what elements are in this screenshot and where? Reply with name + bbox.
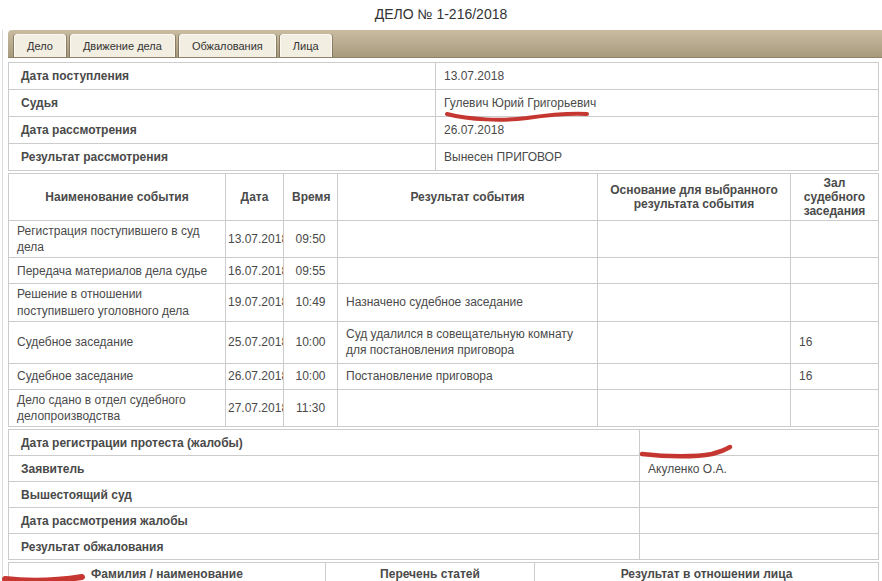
table-row: Дата рассмотрения 26.07.2018	[9, 117, 879, 144]
field-value-review-result: Вынесен ПРИГОВОР	[436, 144, 879, 171]
event-room	[791, 389, 879, 426]
field-label-protest-reg-date: Дата регистрации протеста (жалобы)	[9, 430, 640, 456]
field-value-protest-reg-date	[640, 430, 879, 456]
column-header-person-result: Результат в отношении лица	[535, 563, 879, 581]
column-header-person-name: Фамилия / наименование	[9, 563, 326, 581]
table-row: Дата регистрации протеста (жалобы)	[9, 430, 879, 456]
event-time: 10:00	[284, 321, 338, 363]
field-label-appeal-review-date: Дата рассмотрения жалобы	[9, 508, 640, 534]
table-row: Результат рассмотрения Вынесен ПРИГОВОР	[9, 144, 879, 171]
event-result	[338, 221, 598, 258]
event-date: 25.07.2018	[226, 321, 284, 363]
field-value-receipt-date: 13.07.2018	[436, 63, 879, 90]
tab-dvizhenie-dela[interactable]: Движение дела	[70, 34, 175, 57]
event-name: Судебное заседание	[9, 321, 226, 363]
event-time: 09:50	[284, 221, 338, 258]
field-value-appeal-review-date	[640, 508, 879, 534]
event-basis	[598, 321, 791, 363]
field-label-higher-court: Вышестоящий суд	[9, 482, 640, 508]
event-date: 26.07.2018	[226, 363, 284, 389]
field-label-review-date: Дата рассмотрения	[9, 117, 436, 144]
table-row: Судебное заседание 26.07.2018 10:00 Пост…	[9, 363, 879, 389]
field-value-review-date: 26.07.2018	[436, 117, 879, 144]
event-time: 10:49	[284, 284, 338, 321]
field-value-applicant: Акуленко О.А.	[640, 456, 879, 482]
event-result: Постановление приговора	[338, 363, 598, 389]
event-basis	[598, 258, 791, 284]
event-room	[791, 284, 879, 321]
tab-bar: Дело Движение дела Обжалования Лица	[8, 30, 882, 58]
tab-obzhalovaniya[interactable]: Обжалования	[179, 34, 276, 57]
event-name: Решение в отношении поступившего уголовн…	[9, 284, 226, 321]
page-title: ДЕЛО № 1-216/2018	[0, 0, 882, 30]
case-info-table: Дата поступления 13.07.2018 Судья Гулеви…	[8, 62, 879, 171]
table-row: Дело сдано в отдел судебного делопроизво…	[9, 389, 879, 426]
event-room: 16	[791, 321, 879, 363]
event-time: 09:55	[284, 258, 338, 284]
column-header-articles: Перечень статей	[326, 563, 535, 581]
event-name: Судебное заседание	[9, 363, 226, 389]
field-label-applicant: Заявитель	[9, 456, 640, 482]
event-basis	[598, 284, 791, 321]
field-value-higher-court	[640, 482, 879, 508]
table-row: Передача материалов дела судье 16.07.201…	[9, 258, 879, 284]
table-row: Судебное заседание 25.07.2018 10:00 Суд …	[9, 321, 879, 363]
column-header-result: Результат события	[338, 174, 598, 221]
table-row: Вышестоящий суд	[9, 482, 879, 508]
table-row: Заявитель Акуленко О.А.	[9, 456, 879, 482]
court-case-page: { "page": { "title": "ДЕЛО № 1-216/2018"…	[0, 0, 882, 581]
field-label-judge: Судья	[9, 90, 436, 117]
events-header-row: Наименование события Дата Время Результа…	[9, 174, 879, 221]
event-basis	[598, 363, 791, 389]
event-name: Дело сдано в отдел судебного делопроизво…	[9, 389, 226, 426]
event-result	[338, 258, 598, 284]
event-name: Передача материалов дела судье	[9, 258, 226, 284]
event-room	[791, 258, 879, 284]
event-result	[338, 389, 598, 426]
field-value-judge: Гулевич Юрий Григорьевич	[436, 90, 879, 117]
table-row: Решение в отношении поступившего уголовн…	[9, 284, 879, 321]
event-time: 11:30	[284, 389, 338, 426]
column-header-date: Дата	[226, 174, 284, 221]
table-row: Результат обжалования	[9, 534, 879, 560]
table-row: Дата рассмотрения жалобы	[9, 508, 879, 534]
persons-header-row: Фамилия / наименование Перечень статей Р…	[9, 563, 879, 581]
event-date: 27.07.2018	[226, 389, 284, 426]
event-result: Суд удалился в совещательную комнату для…	[338, 321, 598, 363]
field-label-review-result: Результат рассмотрения	[9, 144, 436, 171]
table-row: Регистрация поступившего в суд дела 13.0…	[9, 221, 879, 258]
persons-table: Фамилия / наименование Перечень статей Р…	[8, 562, 879, 581]
field-label-appeal-result: Результат обжалования	[9, 534, 640, 560]
page-left-border	[2, 30, 3, 581]
events-table: Наименование события Дата Время Результа…	[8, 173, 879, 427]
column-header-time: Время	[284, 174, 338, 221]
appeal-info-table: Дата регистрации протеста (жалобы) Заяви…	[8, 429, 879, 560]
tab-delo[interactable]: Дело	[14, 34, 66, 57]
field-value-appeal-result	[640, 534, 879, 560]
event-room: 16	[791, 363, 879, 389]
event-date: 16.07.2018	[226, 258, 284, 284]
event-date: 19.07.2018	[226, 284, 284, 321]
tab-litsa[interactable]: Лица	[280, 34, 332, 57]
column-header-event-name: Наименование события	[9, 174, 226, 221]
event-result: Назначено судебное заседание	[338, 284, 598, 321]
table-row: Дата поступления 13.07.2018	[9, 63, 879, 90]
table-row: Судья Гулевич Юрий Григорьевич	[9, 90, 879, 117]
main-content: Дата поступления 13.07.2018 Судья Гулеви…	[8, 62, 878, 581]
event-date: 13.07.2018	[226, 221, 284, 258]
event-name: Регистрация поступившего в суд дела	[9, 221, 226, 258]
event-basis	[598, 389, 791, 426]
field-label-receipt-date: Дата поступления	[9, 63, 436, 90]
event-basis	[598, 221, 791, 258]
event-room	[791, 221, 879, 258]
event-time: 10:00	[284, 363, 338, 389]
column-header-basis: Основание для выбранного результата собы…	[598, 174, 791, 221]
column-header-room: Зал судебного заседания	[791, 174, 879, 221]
